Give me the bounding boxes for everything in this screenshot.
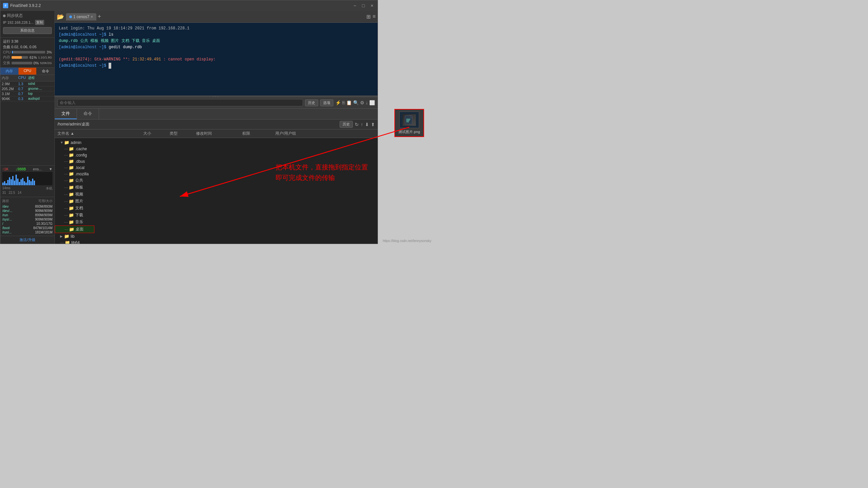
maximize-button[interactable]: □ <box>361 3 366 8</box>
term-prompt-2: [admin@localhost ~]$ <box>59 45 106 50</box>
refresh-icon[interactable]: ↻ <box>355 122 359 127</box>
tree-item-downloads[interactable]: — 📁 下载 <box>55 212 378 219</box>
sysinfo-button[interactable]: 系统信息 <box>3 27 52 34</box>
fullscreen-icon[interactable]: ⬜ <box>369 100 375 105</box>
history-button[interactable]: 历史 <box>305 99 318 106</box>
tree-item-pictures[interactable]: — 📁 图片 <box>55 198 378 205</box>
copy-ip-button[interactable]: 复制 <box>35 20 44 25</box>
sync-dot <box>3 14 6 17</box>
net-section: ↑1K ↓988B ens... ▼ <box>0 165 55 197</box>
file-svg <box>404 115 414 124</box>
tab-cmd[interactable]: 命令 <box>36 68 55 74</box>
tree-dash: — <box>64 206 68 211</box>
options-button[interactable]: 选项 <box>320 99 333 106</box>
folder-icon-pictures: 📁 <box>69 199 74 204</box>
tab-close-button[interactable]: × <box>91 14 93 19</box>
download-icon[interactable]: ↓ <box>366 100 368 105</box>
load-label: 负载 0.02, 0.06, 0.05 <box>3 44 37 50</box>
copy-icon[interactable]: ⎘ <box>342 100 345 105</box>
tree-item-videos[interactable]: — 📁 视频 <box>55 191 378 198</box>
grid-icon[interactable]: ⊞ <box>366 13 371 20</box>
close-button[interactable]: × <box>369 3 375 8</box>
net-latency: 14ms <box>2 186 10 191</box>
tree-item-admin[interactable]: ▼ 📁 admin <box>55 139 378 146</box>
folder-icon-dbus: 📁 <box>69 159 74 164</box>
cpu-row: CPU 3% <box>3 50 52 54</box>
paste-icon[interactable]: 📋 <box>346 100 352 105</box>
tree-item-music[interactable]: — 📁 音乐 <box>55 219 378 225</box>
tree-item-docs[interactable]: — 📁 文档 <box>55 205 378 212</box>
net-bar <box>16 175 17 185</box>
net-chart-bars <box>2 172 53 185</box>
col-perms: 权限 <box>242 131 275 136</box>
folder-icon[interactable]: 📂 <box>57 13 64 21</box>
col-filename: 文件名 ▲ <box>57 131 143 136</box>
disk-size-1: 909M/909M <box>35 209 53 213</box>
disk-size-6: 181M/181M <box>35 231 53 234</box>
proc-name-3: audispd <box>28 97 53 101</box>
disk-path-5: /boot <box>2 226 9 230</box>
command-input[interactable] <box>57 99 303 106</box>
tree-item-lib[interactable]: ▶ 📁 lib <box>55 233 378 239</box>
folder-icon-mozilla: 📁 <box>69 171 74 176</box>
net-bar <box>34 181 35 185</box>
search-icon[interactable]: 🔍 <box>353 100 359 105</box>
settings-icon[interactable]: ⚙ <box>360 100 364 105</box>
file-path-text: /home/admin/桌面 <box>57 122 338 127</box>
tab-mem[interactable]: 内存 <box>0 68 19 74</box>
net-bar <box>25 183 27 185</box>
proc-name-1: gnome-... <box>28 87 53 91</box>
lightning-icon[interactable]: ⚡ <box>335 100 341 105</box>
cpu-label: CPU <box>3 50 10 54</box>
tree-item-config[interactable]: — 📁 .config <box>55 152 378 158</box>
sidebar-stats: 运行 3:38 负载 0.02, 0.06, 0.05 CPU 3% 内存 <box>0 38 55 68</box>
tree-dash: — <box>64 220 68 224</box>
disk-path-4: / <box>2 222 3 225</box>
tree-item-template[interactable]: — 📁 模板 <box>55 184 378 191</box>
tab-cpu[interactable]: CPU <box>19 68 37 74</box>
tree-item-desktop[interactable]: — 📁 桌面 <box>55 225 94 233</box>
download-file-icon[interactable]: ⬇ <box>365 122 369 127</box>
file-list[interactable]: ▼ 📁 admin — 📁 .cache <box>55 138 378 244</box>
disk-row: /run 899M/909M <box>2 213 53 217</box>
process-list: 内存 CPU 进程 2.9M 1.3 sshd 205.2M 0.7 gnome… <box>0 75 55 165</box>
tree-item-cache[interactable]: — 📁 .cache <box>55 146 378 152</box>
disk-row: /dev/... 909M/909M <box>2 209 53 213</box>
col-size: 大小 <box>143 131 169 136</box>
disk-path-2: /run <box>2 213 8 217</box>
net-expand[interactable]: ▼ <box>49 167 53 171</box>
tab-file[interactable]: 文件 <box>55 109 77 119</box>
tree-item-lib64[interactable]: — 📁 lib64 <box>55 239 378 244</box>
tree-dash: — <box>64 199 68 204</box>
tree-dash: — <box>64 227 68 232</box>
menu-icon[interactable]: ≡ <box>373 13 376 20</box>
term-prompt-3: [admin@localhost ~]$ <box>59 63 106 68</box>
mem-val: 61% <box>29 56 37 59</box>
term-line-3: dump.rdb 公共 模板 视频 图片 文档 下载 音乐 桌面 <box>59 38 374 44</box>
activate-button[interactable]: 激活/升级 <box>20 237 35 242</box>
file-path-bar: /home/admin/桌面 历史 ↻ ↑ ⬇ ⬆ <box>55 120 378 129</box>
file-history-button[interactable]: 历史 <box>340 121 353 128</box>
tree-label-music: 音乐 <box>75 219 375 225</box>
tab-command[interactable]: 命令 <box>77 109 99 119</box>
net-bar <box>2 183 4 185</box>
proc-cpu-1: 0.7 <box>18 87 28 91</box>
cmd-input-bar: 历史 选项 ⚡ ⎘ 📋 🔍 ⚙ ↓ ⬜ <box>55 97 378 109</box>
mem-detail: 1.1G/1.8G <box>38 56 52 59</box>
mem-progress-fill <box>11 56 22 59</box>
minimize-button[interactable]: − <box>352 3 358 8</box>
process-header: 内存 CPU 进程 <box>0 75 55 82</box>
swap-val: 0% <box>34 61 39 65</box>
disk-row: /run/... 181M/181M <box>2 230 53 235</box>
add-tab-button[interactable]: + <box>98 13 101 20</box>
tree-dash: — <box>60 240 64 244</box>
process-row: 2.9M 1.3 sshd <box>0 82 55 87</box>
up-icon[interactable]: ↑ <box>361 122 363 127</box>
mem-label: 内存 <box>3 55 10 60</box>
upload-file-icon[interactable]: ⬆ <box>371 122 375 127</box>
desktop-file-icon[interactable]: 测试图片.png <box>394 109 424 137</box>
folder-icon-lib64: 📁 <box>65 240 70 244</box>
net-bar <box>29 180 30 185</box>
tab-cenos7[interactable]: 1 cenos7 × <box>66 13 96 21</box>
disk-path-1: /dev/... <box>2 209 12 213</box>
